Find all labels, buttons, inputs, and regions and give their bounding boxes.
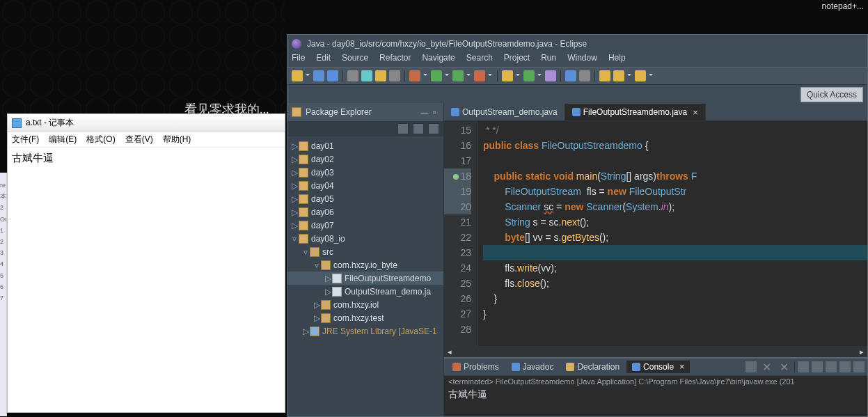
collapse-icon[interactable] xyxy=(397,123,409,134)
tree-item[interactable]: ▿ day08_io xyxy=(287,232,443,245)
code-line[interactable]: public static void main(String[] args)th… xyxy=(483,168,867,184)
console-btn[interactable] xyxy=(826,361,837,372)
stop-icon[interactable] xyxy=(474,70,485,81)
eclipse-menu-item[interactable]: Search xyxy=(466,53,493,67)
code-line[interactable]: } xyxy=(483,291,867,306)
gutter-line[interactable]: 24 xyxy=(444,260,471,276)
bottom-tab-javadoc[interactable]: Javadoc xyxy=(506,361,560,373)
expand-icon[interactable]: ▿ xyxy=(290,234,299,244)
tree-item[interactable]: ▷ day06 xyxy=(287,205,443,219)
eclipse-menu-item[interactable]: Help xyxy=(608,53,626,67)
eclipse-menu-item[interactable]: Edit xyxy=(316,53,331,67)
expand-icon[interactable]: ▷ xyxy=(313,313,321,323)
notepad-menu-item[interactable]: 编辑(E) xyxy=(49,134,77,145)
eclipse-titlebar[interactable]: Java - day08_io/src/com/hxzy/io_byte/Fil… xyxy=(287,35,867,53)
eclipse-menubar[interactable]: FileEditSourceRefactorNavigateSearchProj… xyxy=(287,53,867,67)
code-line[interactable]: String s = sc.next(); xyxy=(483,214,867,230)
scroll-left-icon[interactable]: ◂ xyxy=(444,347,455,358)
code-editor[interactable]: 1516171819202122232425262728 * */public … xyxy=(444,121,867,346)
search-icon[interactable] xyxy=(565,70,576,81)
gutter-line[interactable]: 18 xyxy=(444,168,471,184)
tool-icon[interactable] xyxy=(361,70,372,81)
remove-terminated-icon[interactable]: ✕ xyxy=(759,361,774,374)
expand-icon[interactable]: ▿ xyxy=(301,247,310,257)
save-icon[interactable] xyxy=(313,70,324,81)
code-line[interactable]: fls.close(); xyxy=(483,276,867,291)
close-icon[interactable]: × xyxy=(693,107,698,118)
notepad-menu-item[interactable]: 查看(V) xyxy=(125,134,153,145)
fwd-icon[interactable] xyxy=(635,70,646,81)
code-line[interactable]: fls.write(vv); xyxy=(483,260,867,276)
new-pkg-icon[interactable] xyxy=(502,70,513,81)
gutter-line[interactable]: 22 xyxy=(444,230,471,245)
console-btn[interactable] xyxy=(812,361,823,372)
tree-item[interactable]: ▷ day03 xyxy=(287,166,443,179)
code-line[interactable]: FileOutputStream fls = new FileOutputStr xyxy=(483,184,867,199)
gutter-line[interactable]: 15 xyxy=(444,123,471,138)
notepad-titlebar[interactable]: a.txt - 记事本 xyxy=(8,114,285,132)
tree-item[interactable]: ▷ JRE System Library [JavaSE-1 xyxy=(287,324,443,338)
code-line[interactable]: } xyxy=(483,306,867,322)
tool-icon[interactable] xyxy=(579,70,590,81)
gutter-line[interactable]: 27 xyxy=(444,306,471,322)
eclipse-menu-item[interactable]: Refactor xyxy=(379,53,411,67)
bottom-tab-problems[interactable]: Problems xyxy=(447,361,505,373)
code-line[interactable]: byte[] vv = s.getBytes(); xyxy=(483,230,867,245)
tree-item[interactable]: ▿ src xyxy=(287,245,443,258)
expand-icon[interactable]: ▷ xyxy=(290,221,299,230)
eclipse-menu-item[interactable]: Project xyxy=(504,53,530,67)
code-line[interactable] xyxy=(483,245,867,260)
package-tree[interactable]: ▷ day01 ▷ day02 ▷ day03 ▷ day04 ▷ day05 … xyxy=(287,136,443,416)
new-icon[interactable] xyxy=(292,70,303,81)
close-icon[interactable]: × xyxy=(679,362,684,372)
expand-icon[interactable]: ▷ xyxy=(324,274,332,283)
gutter-line[interactable]: 25 xyxy=(444,276,471,291)
quick-access[interactable]: Quick Access xyxy=(800,87,863,102)
editor-tab[interactable]: OutputStream_demo.java xyxy=(444,104,565,120)
horizontal-scrollbar[interactable]: ◂ ▸ xyxy=(444,346,867,357)
expand-icon[interactable]: ▷ xyxy=(290,181,299,191)
code-line[interactable]: Scanner sc = new Scanner(System.in); xyxy=(483,199,867,214)
tool-icon[interactable] xyxy=(389,70,400,81)
gutter-line[interactable]: 16 xyxy=(444,138,471,153)
gutter-line[interactable]: 19 xyxy=(444,184,471,199)
eclipse-menu-item[interactable]: File xyxy=(292,53,305,67)
view-menu-icon[interactable] xyxy=(428,123,439,134)
expand-icon[interactable]: ▷ xyxy=(301,326,310,336)
code-line[interactable] xyxy=(483,153,867,168)
console-btn[interactable] xyxy=(798,361,809,372)
gutter-line[interactable]: 28 xyxy=(444,322,471,337)
new-class-icon[interactable] xyxy=(523,70,535,81)
code-line[interactable]: * */ xyxy=(483,123,867,138)
tree-item[interactable]: ▷ FileOutputStreamdemo xyxy=(287,272,443,285)
expand-icon[interactable]: ▷ xyxy=(290,141,299,151)
expand-icon[interactable]: ▷ xyxy=(313,300,321,310)
run-icon[interactable] xyxy=(431,70,442,81)
gutter-line[interactable]: 20 xyxy=(444,199,471,214)
run-ext-icon[interactable] xyxy=(452,70,464,81)
console-toolbar[interactable]: ✕ ✕ xyxy=(745,361,865,374)
minimize-icon[interactable]: — xyxy=(420,107,429,117)
tree-item[interactable]: ▷ OutputStream_demo.ja xyxy=(287,285,443,298)
eclipse-menu-item[interactable]: Window xyxy=(567,53,597,67)
notepad-menu-item[interactable]: 格式(O) xyxy=(86,134,115,145)
expand-icon[interactable]: ▷ xyxy=(290,155,299,164)
expand-icon[interactable]: ▿ xyxy=(313,260,321,270)
notepad-menu-item[interactable]: 文件(F) xyxy=(12,134,39,145)
debug-icon[interactable] xyxy=(409,70,420,81)
console-btn[interactable] xyxy=(839,361,851,372)
console-btn[interactable] xyxy=(853,361,865,372)
code-line[interactable] xyxy=(483,322,867,337)
gutter-line[interactable]: 26 xyxy=(444,291,471,306)
tool-icon[interactable] xyxy=(375,70,386,81)
back-icon[interactable] xyxy=(613,70,624,81)
maximize-icon[interactable]: ▫ xyxy=(429,107,439,117)
editor-tab[interactable]: FileOutputStreamdemo.java × xyxy=(565,104,706,120)
editor-tabs[interactable]: OutputStream_demo.java FileOutputStreamd… xyxy=(444,103,867,121)
new-if-icon[interactable] xyxy=(545,70,556,81)
bottom-tab-declaration[interactable]: Declaration xyxy=(560,361,625,373)
tree-item[interactable]: ▷ day07 xyxy=(287,219,443,232)
remove-all-icon[interactable]: ✕ xyxy=(777,361,791,374)
eclipse-toolbar[interactable] xyxy=(287,67,867,85)
link-editor-icon[interactable] xyxy=(413,123,424,134)
